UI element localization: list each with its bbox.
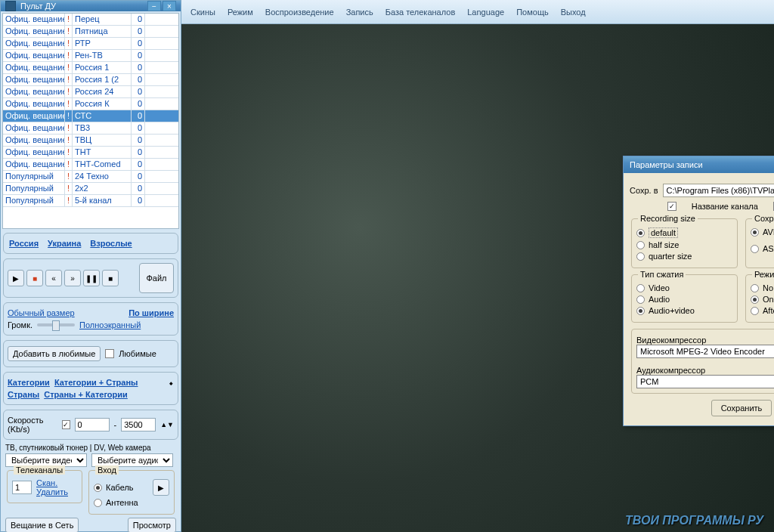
speed-min-input[interactable] xyxy=(75,418,110,431)
menu-помощь[interactable]: Помощь xyxy=(516,8,549,17)
compmode-fly-radio[interactable] xyxy=(751,295,759,304)
categories-link[interactable]: Категории xyxy=(8,378,50,387)
channel-row[interactable]: Офиц. вещание!Россия 10 xyxy=(3,62,178,74)
broadcast-button[interactable]: Вещание в Сеть xyxy=(5,518,79,532)
input-play-button[interactable]: ▶ xyxy=(153,479,169,496)
recsize-half-radio[interactable] xyxy=(636,241,645,249)
country-cat-link[interactable]: Страны + Категории xyxy=(44,390,128,399)
vcomp-label: Видеокомпрессор xyxy=(636,336,774,345)
audio-compressor-select[interactable]: PCM▼ xyxy=(636,375,774,388)
save-path-input[interactable] xyxy=(663,184,774,197)
recsize-default-radio[interactable] xyxy=(636,229,645,237)
watermark: ТВОИ ПРОГРАММЫ РУ xyxy=(625,514,763,527)
app-icon xyxy=(5,1,16,11)
compression-mode-group: Режим сжатия No On the fly After capture xyxy=(745,274,774,323)
stop-button[interactable]: ■ xyxy=(102,270,119,286)
speed-label: Скорость (Kb/s) xyxy=(8,416,57,434)
minimize-button[interactable]: − xyxy=(147,1,161,11)
channel-row[interactable]: Офиц. вещание!РТР0 xyxy=(3,38,178,50)
delete-link[interactable]: Удалить xyxy=(36,487,68,496)
countries-link[interactable]: Страны xyxy=(8,390,39,399)
channel-row[interactable]: Офиц. вещание!ТВ30 xyxy=(3,122,178,135)
play-button[interactable]: ▶ xyxy=(8,270,24,286)
video-compressor-select[interactable]: Microsoft MPEG-2 Video Encoder▼ xyxy=(636,345,774,358)
channel-row[interactable]: Популярный!2x20 xyxy=(3,183,178,195)
recsize-quarter-radio[interactable] xyxy=(636,252,645,261)
comptype-video-radio[interactable] xyxy=(636,284,645,292)
scan-link[interactable]: Скан. xyxy=(36,478,68,487)
forward-button[interactable]: » xyxy=(64,270,81,286)
cable-radio[interactable] xyxy=(94,484,102,492)
save-format-group: Сохранять в AVI or MPEG ASF (1) xyxy=(745,218,774,268)
video-area: ТВОИ ПРОГРАММЫ РУ Параметры записи Сохр.… xyxy=(181,24,774,532)
channel-row[interactable]: Популярный!24 Техно0 xyxy=(3,171,178,183)
channel-row[interactable]: Офиц. вещание!Пятница0 xyxy=(3,26,178,38)
compressor-group: Видеокомпрессор Microsoft MPEG-2 Video E… xyxy=(631,329,774,394)
menu-режим[interactable]: Режим xyxy=(228,8,253,17)
window-title: Пульт ДУ xyxy=(20,2,56,11)
tab-ukraine[interactable]: Украина xyxy=(48,239,81,248)
normal-size-link[interactable]: Обычный размер xyxy=(8,308,75,317)
speed-checkbox[interactable]: ✓ xyxy=(62,420,70,429)
antenna-radio[interactable] xyxy=(94,499,102,507)
acomp-label: Аудиокомпрессор xyxy=(636,366,774,375)
cat-country-link[interactable]: Категории + Страны xyxy=(54,378,138,387)
channel-number-input[interactable] xyxy=(12,481,32,494)
add-favorites-button[interactable]: Добавить в любимые xyxy=(8,346,101,361)
channel-row[interactable]: Офиц. вещание!Россия 1 (20 xyxy=(3,74,178,86)
rewind-button[interactable]: « xyxy=(45,270,62,286)
menubar: СкиныРежимВоспроизведениеЗаписьБаза теле… xyxy=(181,0,774,24)
tab-russia[interactable]: Россия xyxy=(9,239,39,248)
menu-выход[interactable]: Выход xyxy=(561,8,586,17)
dialog-titlebar: Параметры записи xyxy=(624,156,774,173)
file-button[interactable]: Файл xyxy=(139,263,174,293)
channel-row[interactable]: Офиц. вещание!Россия 240 xyxy=(3,86,178,98)
by-width-link[interactable]: По ширине xyxy=(128,308,174,317)
compmode-after-radio[interactable] xyxy=(751,307,759,315)
volume-slider[interactable] xyxy=(37,323,75,326)
channels-legend: Телеканалы xyxy=(14,466,65,475)
categories-section: Категории Категории + Страны ⬥ Страны Ст… xyxy=(3,372,178,405)
main-area: СкиныРежимВоспроизведениеЗаписьБаза теле… xyxy=(181,0,774,532)
comptype-av-radio[interactable] xyxy=(636,307,645,315)
compression-type-group: Тип сжатия Video Audio Audio+video xyxy=(631,274,738,323)
menu-запись[interactable]: Запись xyxy=(346,8,373,17)
channel-row[interactable]: Офиц. вещание!Перец0 xyxy=(3,14,178,26)
record-settings-dialog: Параметры записи Сохр. в 📁 ✓Название кан… xyxy=(623,156,774,426)
channel-list[interactable]: Офиц. вещание!Перец0Офиц. вещание!Пятниц… xyxy=(2,13,179,229)
menu-воспроизведение[interactable]: Воспроизведение xyxy=(265,8,334,17)
channel-row[interactable]: Офиц. вещание!Россия К0 xyxy=(3,98,178,110)
save-in-label: Сохр. в xyxy=(630,186,658,195)
compmode-no-radio[interactable] xyxy=(751,284,759,292)
record-button[interactable]: ■ xyxy=(26,270,43,286)
channel-row[interactable]: Офиц. вещание!Рен-ТВ0 xyxy=(3,50,178,62)
tuner-label: ТВ, спутниковый тюнер | DV, Web камера xyxy=(1,442,181,453)
country-tabs: Россия Украина Взрослые xyxy=(3,233,178,254)
remote-panel: Пульт ДУ − × Офиц. вещание!Перец0Офиц. в… xyxy=(0,0,181,532)
channel-row[interactable]: Офиц. вещание!ТНТ-Comed0 xyxy=(3,159,178,171)
speed-max-input[interactable] xyxy=(121,418,156,431)
playback-controls: ▶ ■ « » ❚❚ ■ Файл xyxy=(3,258,178,298)
save-button[interactable]: Сохранить xyxy=(711,400,772,416)
channel-row[interactable]: Популярный!5-й канал0 xyxy=(3,195,178,207)
saveto-asf-radio[interactable] xyxy=(751,245,759,253)
speed-section: Скорость (Kb/s) ✓ - ▲▼ xyxy=(3,410,178,440)
menu-скины[interactable]: Скины xyxy=(190,8,215,17)
channel-name-checkbox[interactable]: ✓ xyxy=(667,202,676,211)
saveto-avi-radio[interactable] xyxy=(751,228,759,237)
fullscreen-link[interactable]: Полноэкранный xyxy=(79,320,141,329)
favorites-checkbox[interactable] xyxy=(105,349,114,358)
comptype-audio-radio[interactable] xyxy=(636,295,645,304)
tab-adult[interactable]: Взрослые xyxy=(90,239,132,248)
channel-row[interactable]: Офиц. вещание!СТС0 xyxy=(3,110,178,122)
preview-button[interactable]: Просмотр xyxy=(128,518,176,532)
size-controls: Обычный размер По ширине Громк. Полноэкр… xyxy=(3,302,178,336)
channel-row[interactable]: Офиц. вещание!ТНТ0 xyxy=(3,147,178,159)
menu-language[interactable]: Language xyxy=(467,8,504,17)
recording-size-group: Recording size default half size quarter… xyxy=(631,218,738,268)
close-button[interactable]: × xyxy=(163,1,176,11)
pause-button[interactable]: ❚❚ xyxy=(83,270,100,286)
menu-база телеканалов[interactable]: База телеканалов xyxy=(385,8,456,17)
volume-label: Громк. xyxy=(8,320,33,329)
channel-row[interactable]: Офиц. вещание!ТВЦ0 xyxy=(3,135,178,147)
